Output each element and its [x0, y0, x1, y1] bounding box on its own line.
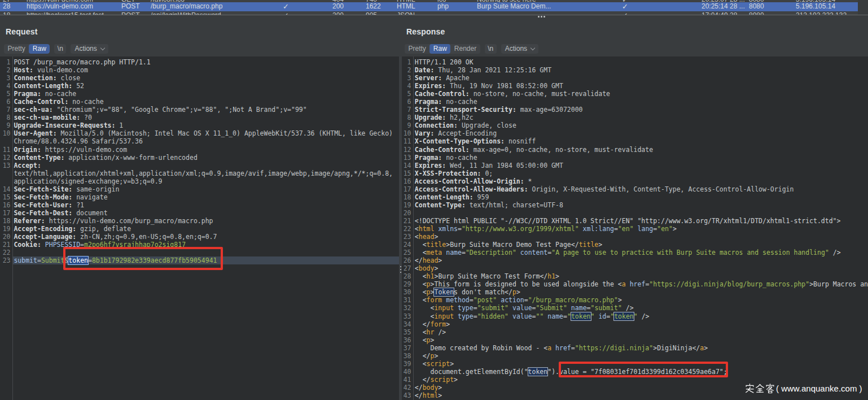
http-history-table: 27https://vuln-demo.comGET/favicon.ico40…: [0, 0, 868, 15]
actions-button[interactable]: Actions: [501, 44, 538, 54]
line-number: 16: [0, 201, 11, 209]
editor-line[interactable]: 6Cache-Control: no-cache: [0, 98, 399, 106]
editor-line[interactable]: 8sec-ch-ua-mobile: ?0: [0, 114, 399, 121]
editor-line[interactable]: 20Accept-Language: zh-CN,zh;q=0.9,en-US;…: [0, 233, 399, 241]
editor-line[interactable]: 4Content-Length: 52: [0, 82, 399, 90]
editor-line[interactable]: 29 <p>This form is designed to be used a…: [402, 280, 868, 288]
editor-line[interactable]: 19Content-Type: text/html; charset=UTF-8: [402, 201, 868, 209]
code-segment: nosniff: [505, 137, 536, 145]
editor-line[interactable]: 5Pragma: no-cache: [0, 90, 399, 98]
editor-line[interactable]: 18Referer: https://vuln-demo.com/burp_ma…: [0, 217, 399, 225]
request-editor[interactable]: 1POST /burp_macro/macro.php HTTP/1.12Hos…: [0, 56, 399, 400]
code-segment: <: [423, 241, 427, 249]
editor-line[interactable]: 20: [402, 209, 868, 217]
editor-line[interactable]: 33 <input type="hidden" value="" name="t…: [402, 312, 868, 320]
editor-line[interactable]: 14Expires: Wed, 11 Jan 1984 05:00:00 GMT: [402, 162, 868, 169]
editor-line[interactable]: 15X-XSS-Protection: 0;: [402, 169, 868, 177]
line-content: Accept:: [14, 162, 41, 169]
editor-line[interactable]: 6Pragma: no-cache: [402, 98, 868, 106]
editor-line[interactable]: 22<html xmlns="http://www.w3.org/1999/xh…: [402, 225, 868, 233]
editor-line[interactable]: 7Strict-Transport-Security: max-age=6307…: [402, 106, 868, 114]
tab-raw[interactable]: Raw: [29, 44, 50, 54]
code-segment: [454, 304, 458, 312]
editor-line[interactable]: Chrome/88.0.4324.96 Safari/537.36: [0, 137, 399, 145]
editor-line[interactable]: 32 <input type="submit" value="Submit" n…: [402, 304, 868, 312]
editor-line[interactable]: 25 <meta name="Description" content="A p…: [402, 249, 868, 256]
tab-render[interactable]: Render: [450, 44, 480, 54]
editor-line[interactable]: 27<body>: [402, 264, 868, 272]
editor-line[interactable]: 17Access-Control-Allow-Headers: Origin, …: [402, 185, 868, 193]
editor-line[interactable]: 13Pragma: no-cache: [402, 154, 868, 162]
editor-line[interactable]: 38 </p>: [402, 352, 868, 360]
editor-line[interactable]: 24 <title>Burp Suite Macro Demo Test Pag…: [402, 241, 868, 249]
editor-line[interactable]: 4Expires: Thu, 19 Nov 1981 08:52:00 GMT: [402, 82, 868, 90]
actions-button[interactable]: Actions: [71, 44, 108, 54]
code-segment: >: [598, 241, 602, 249]
editor-line[interactable]: 28 <h1>Burp Suite Macro Test Form</h1>: [402, 272, 868, 280]
editor-line[interactable]: 3Connection: close: [0, 74, 399, 82]
editor-line[interactable]: 23<head>: [402, 233, 868, 241]
editor-line[interactable]: 9Connection: Upgrade, close: [402, 121, 868, 129]
line-number: 33: [402, 312, 411, 320]
editor-line[interactable]: 37 Demo created by Robin Wood - <a href=…: [402, 344, 868, 352]
editor-line[interactable]: 8Upgrade: h2,h2c: [402, 114, 868, 121]
editor-line[interactable]: 31 <form method="post" action="/burp_mac…: [402, 296, 868, 304]
editor-line[interactable]: application/signed-exchange;v=b3;q=0.9: [0, 177, 399, 185]
editor-line[interactable]: 17Sec-Fetch-Dest: document: [0, 209, 399, 217]
code-segment: "Description": [466, 249, 516, 256]
code-segment: [415, 312, 431, 320]
tab-pretty[interactable]: Pretty: [405, 44, 429, 54]
horizontal-splitter-handle[interactable]: [538, 16, 546, 18]
linebreak-toggle-button[interactable]: \n: [485, 44, 497, 54]
editor-line[interactable]: 11Origin: https://vuln-demo.com: [0, 146, 399, 154]
editor-line[interactable]: 1HTTP/1.1 200 OK: [402, 58, 868, 66]
editor-line[interactable]: 35 <hr />: [402, 328, 868, 336]
editor-line[interactable]: 12Cache-Control: max-age=0, no-cache, no…: [402, 146, 868, 154]
editor-line[interactable]: 16Access-Control-Allow-Origin: *: [402, 177, 868, 185]
code-segment: Sec-Fetch-Dest:: [14, 209, 72, 217]
editor-line[interactable]: 11X-Content-Type-Options: nosniff: [402, 137, 868, 145]
editor-line[interactable]: text/html,application/xhtml+xml,applicat…: [0, 169, 399, 177]
code-segment: >: [673, 225, 677, 233]
linebreak-toggle-button[interactable]: \n: [54, 44, 66, 54]
line-content: Demo created by Robin Wood - <a href="ht…: [415, 344, 708, 352]
code-segment: </: [423, 352, 431, 360]
editor-line[interactable]: 34 </form>: [402, 320, 868, 328]
editor-line[interactable]: 16Sec-Fetch-User: ?1: [0, 201, 399, 209]
line-content: <input type="hidden" value="" name="toke…: [415, 312, 650, 320]
code-segment: head: [419, 233, 435, 241]
editor-line[interactable]: 3Server: Apache: [402, 74, 868, 82]
table-row-selected[interactable]: 28https://vuln-demo.comPOST/burp_macro/m…: [0, 2, 858, 11]
editor-line[interactable]: 12Content-Type: application/x-www-form-u…: [0, 154, 399, 162]
editor-line[interactable]: 5Cache-Control: no-store, no-cache, must…: [402, 90, 868, 98]
table-scrollbar[interactable]: [858, 0, 868, 15]
editor-line[interactable]: 7sec-ch-ua: "Chromium";v="88", "Google C…: [0, 106, 399, 114]
editor-line[interactable]: 21<!DOCTYPE html PUBLIC "-//W3C//DTD XHT…: [402, 217, 868, 225]
editor-line[interactable]: 15Sec-Fetch-Mode: navigate: [0, 193, 399, 201]
tab-pretty[interactable]: Pretty: [4, 44, 29, 54]
editor-line[interactable]: 10Vary: Accept-Encoding: [402, 129, 868, 137]
editor-line[interactable]: 19Accept-Encoding: gzip, deflate: [0, 225, 399, 233]
editor-line[interactable]: 2Date: Thu, 28 Jan 2021 12:25:16 GMT: [402, 66, 868, 74]
editor-line[interactable]: 2Host: vuln-demo.com: [0, 66, 399, 74]
line-number: 18: [0, 217, 11, 225]
editor-line[interactable]: 14Sec-Fetch-Site: same-origin: [0, 185, 399, 193]
editor-line[interactable]: 9Upgrade-Insecure-Requests: 1: [0, 121, 399, 129]
response-editor[interactable]: 1HTTP/1.1 200 OK2Date: Thu, 28 Jan 2021 …: [402, 56, 868, 400]
editor-line[interactable]: 30 <p>Tokens don't match</p>: [402, 288, 868, 296]
code-segment: Sec-Fetch-Site:: [14, 185, 72, 193]
code-segment: "": [536, 312, 544, 320]
code-segment: input: [434, 304, 454, 312]
code-segment: Server:: [415, 74, 442, 82]
editor-line[interactable]: 10User-Agent: Mozilla/5.0 (Macintosh; In…: [0, 129, 399, 137]
editor-line[interactable]: 1POST /burp_macro/macro.php HTTP/1.1: [0, 58, 399, 66]
code-segment: <: [423, 288, 427, 296]
editor-line[interactable]: 13Accept:: [0, 162, 399, 169]
editor-line[interactable]: 26</head>: [402, 256, 868, 264]
editor-line[interactable]: 18Content-Length: 959: [402, 193, 868, 201]
code-segment: =: [563, 312, 567, 320]
tab-raw[interactable]: Raw: [429, 44, 450, 54]
code-segment: application/x-www-form-urlencoded: [64, 154, 197, 162]
line-number: 15: [0, 193, 11, 201]
editor-line[interactable]: 36 <p>: [402, 336, 868, 344]
